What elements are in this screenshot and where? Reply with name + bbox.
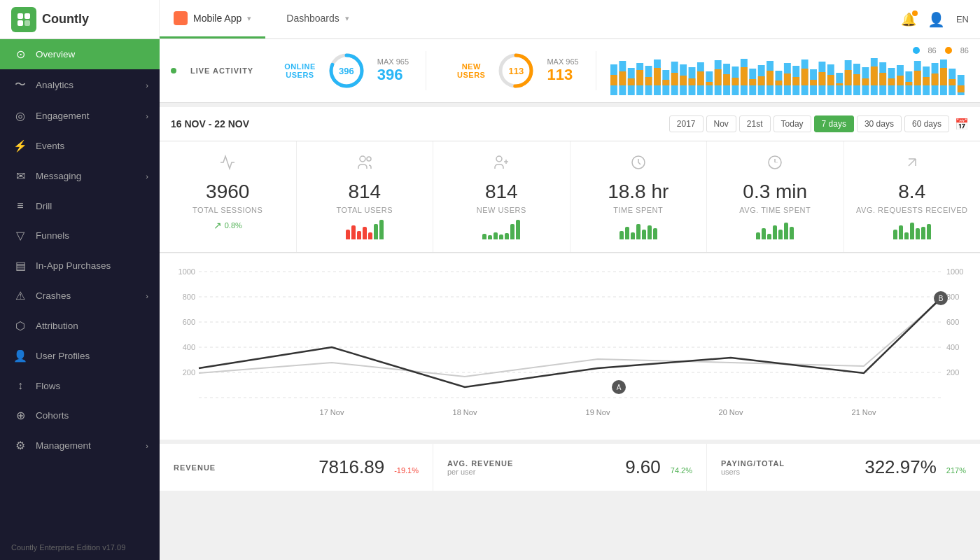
revenue-card: REVENUE 7816.89 -19.1% <box>160 444 433 491</box>
sidebar-item-messaging[interactable]: ✉ Messaging › <box>0 161 160 191</box>
avg-requests-label: AVG. REQUESTS RECEIVED <box>856 206 967 214</box>
tab-dashboards-label: Dashboards <box>286 13 340 24</box>
svg-rect-65 <box>749 79 756 85</box>
minibar <box>916 228 920 239</box>
stat-avg-requests: 8.4 AVG. REQUESTS RECEIVED <box>844 141 981 252</box>
minibar <box>773 225 777 239</box>
sidebar-item-label-analytics: Analytics <box>36 80 74 90</box>
svg-rect-2 <box>18 20 23 26</box>
sidebar-item-drill[interactable]: ≡ Drill <box>0 191 160 220</box>
topbar: Countly Mobile App ▾ Dashboards ▾ 🔔 👤 EN <box>0 0 980 39</box>
svg-rect-85 <box>923 77 930 85</box>
sidebar-item-cohorts[interactable]: ⊕ Cohorts <box>0 400 160 430</box>
sidebar-item-analytics[interactable]: 〜 Analytics › <box>0 69 160 101</box>
svg-rect-79 <box>871 66 878 85</box>
mobile-app-icon <box>174 11 188 25</box>
sidebar-item-engagement[interactable]: ◎ Engagement › <box>0 101 160 131</box>
svg-text:800: 800 <box>183 293 195 301</box>
minibar <box>510 224 514 239</box>
svg-rect-64 <box>741 67 748 85</box>
sidebar-item-label-events: Events <box>36 141 64 151</box>
svg-text:400: 400 <box>183 343 195 351</box>
svg-text:20 Nov: 20 Nov <box>719 408 743 416</box>
revenue-value: 7816.89 <box>318 456 384 478</box>
chevron-right-icon: › <box>146 81 148 90</box>
date-controls: 2017 Nov 21st Today 7 days 30 days 60 da… <box>669 115 969 132</box>
minibar <box>368 232 372 239</box>
notification-bell[interactable]: 🔔 <box>901 12 916 27</box>
year-btn[interactable]: 2017 <box>669 115 704 132</box>
sidebar-item-crashes[interactable]: ⚠ Crashes › <box>0 281 160 311</box>
minibar <box>493 232 498 239</box>
users-value: 814 <box>348 181 381 203</box>
time-spent-icon <box>630 154 647 175</box>
users-icon <box>356 154 373 175</box>
sessions-icon <box>219 154 236 175</box>
svg-text:A: A <box>617 384 622 391</box>
svg-rect-53 <box>645 77 652 85</box>
minibar <box>778 230 783 239</box>
svg-rect-84 <box>914 71 921 85</box>
user-avatar-icon[interactable]: 👤 <box>927 11 945 28</box>
7days-btn[interactable]: 7 days <box>814 115 854 132</box>
minibar <box>642 230 646 239</box>
live-dot <box>171 68 176 74</box>
minibar <box>784 223 788 239</box>
svg-rect-67 <box>766 71 774 85</box>
svg-rect-68 <box>775 80 782 85</box>
sidebar-item-label-messaging: Messaging <box>36 171 81 181</box>
sessions-trend: ↗ 0.8% <box>214 220 242 231</box>
logo-text: Countly <box>42 12 89 27</box>
minibar <box>756 232 760 239</box>
sidebar-item-in-app-purchases[interactable]: ▤ In-App Purchases <box>0 251 160 281</box>
minibar <box>351 225 356 239</box>
svg-rect-66 <box>757 76 764 85</box>
new-users-minibars <box>482 220 520 239</box>
minibar <box>374 224 378 239</box>
crashes-icon: ⚠ <box>13 289 27 302</box>
svg-text:18 Nov: 18 Nov <box>453 408 477 416</box>
svg-line-97 <box>909 159 916 166</box>
day-btn[interactable]: 21st <box>739 115 771 132</box>
avg-revenue-sublabel: per user <box>447 468 513 476</box>
30days-btn[interactable]: 30 days <box>857 115 902 132</box>
language-selector[interactable]: EN <box>956 14 969 24</box>
new-users-large: 113 <box>547 66 578 84</box>
sidebar-item-management[interactable]: ⚙ Management › <box>0 430 160 461</box>
sidebar-item-label-purchases: In-App Purchases <box>36 260 111 271</box>
svg-rect-83 <box>905 82 912 85</box>
sidebar-item-label-management: Management <box>36 440 91 451</box>
topbar-right: 🔔 👤 EN <box>890 11 980 28</box>
minibar <box>893 230 897 239</box>
sidebar-item-funnels[interactable]: ▽ Funnels <box>0 220 160 251</box>
svg-rect-57 <box>680 76 687 85</box>
stats-row: 3960 TOTAL SESSIONS ↗ 0.8% 814 TOTAL USE… <box>160 141 980 253</box>
new-users-circle: 113 <box>496 51 536 90</box>
month-btn[interactable]: Nov <box>706 115 736 132</box>
svg-rect-86 <box>931 74 938 85</box>
minibar <box>482 234 486 239</box>
legend-orange-value: 86 <box>960 46 969 55</box>
sidebar-item-label-flows: Flows <box>36 381 60 391</box>
60days-btn[interactable]: 60 days <box>904 115 949 132</box>
svg-rect-82 <box>897 76 904 85</box>
minibar <box>505 233 509 239</box>
today-btn[interactable]: Today <box>774 115 811 132</box>
sidebar-item-overview[interactable]: ⊙ Overview <box>0 39 160 69</box>
sidebar-item-user-profiles[interactable]: 👤 User Profiles <box>0 341 160 371</box>
notification-dot <box>912 10 918 16</box>
sidebar-item-flows[interactable]: ↕ Flows <box>0 371 160 400</box>
new-users-label: NEWUSERS <box>457 62 485 79</box>
svg-rect-56 <box>671 73 678 85</box>
sidebar-item-attribution[interactable]: ⬡ Attribution <box>0 311 160 341</box>
svg-rect-74 <box>827 75 834 85</box>
tab-mobile-app[interactable]: Mobile App ▾ <box>160 0 265 38</box>
svg-rect-60 <box>706 82 713 85</box>
calendar-icon[interactable]: 📅 <box>955 118 969 131</box>
tab-dashboards[interactable]: Dashboards ▾ <box>272 0 363 38</box>
tab-mobile-app-label: Mobile App <box>193 13 241 24</box>
sidebar-item-label-engagement: Engagement <box>36 111 90 121</box>
avg-time-minibars <box>756 220 794 239</box>
sidebar-item-events[interactable]: ⚡ Events <box>0 131 160 161</box>
logo-area: Countly <box>0 0 160 38</box>
